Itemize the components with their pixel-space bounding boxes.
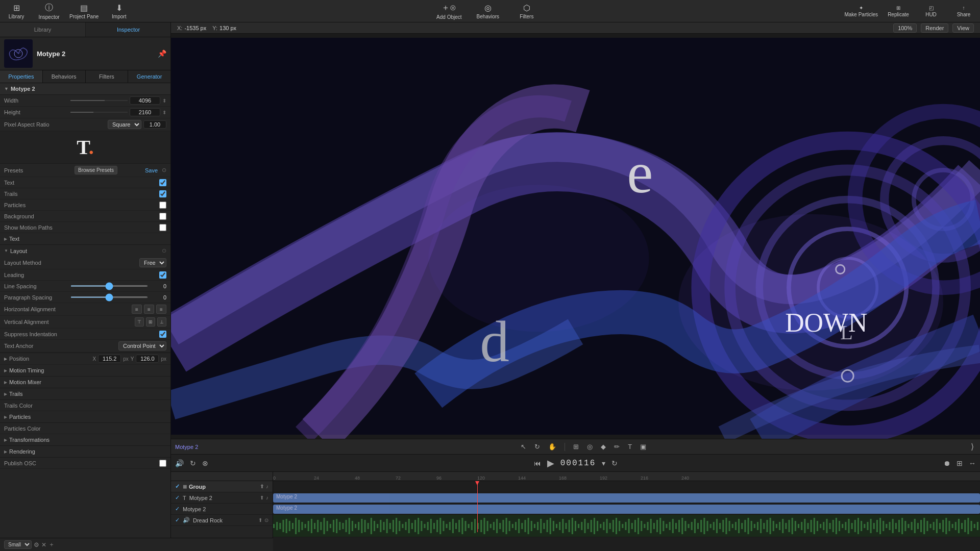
presets-more-icon[interactable]: ⊙ <box>162 167 166 173</box>
transport-jump-btn[interactable]: ⊞ <box>957 459 963 467</box>
audio-visibility-icon[interactable]: ✓ <box>175 517 180 523</box>
vert-align-top-btn[interactable]: ⊤ <box>135 317 144 327</box>
transport-audio-btn[interactable]: 🔊 <box>175 459 184 467</box>
library-tab[interactable]: Library <box>0 22 86 37</box>
width-stepper[interactable]: ⬍ <box>162 98 166 104</box>
transformations-section-header[interactable]: ▶ Transformations <box>0 434 170 445</box>
group-export-icon[interactable]: ⬆ <box>260 484 264 489</box>
motype2-visibility-icon[interactable]: ✓ <box>175 494 180 501</box>
import-button[interactable]: ⬇ Import <box>107 3 131 19</box>
canvas-viewport[interactable]: e d DOWN L <box>171 34 980 439</box>
position-arrow: ▶ <box>4 357 7 361</box>
particles-checkbox[interactable] <box>159 202 166 209</box>
toolbar-select-btn[interactable]: ↖ <box>519 442 528 452</box>
inspector-tab[interactable]: Inspector <box>86 22 171 37</box>
width-input[interactable] <box>130 96 160 105</box>
panel-pin-icon[interactable]: 📌 <box>158 49 166 58</box>
background-checkbox[interactable] <box>159 213 166 220</box>
suppress-indent-checkbox[interactable] <box>159 331 166 338</box>
tab-generator[interactable]: Generator <box>128 70 170 83</box>
publish-osc-checkbox[interactable] <box>159 460 166 467</box>
svg-rect-138 <box>638 518 639 534</box>
make-particles-button[interactable]: ✦ Make Particles <box>844 5 878 17</box>
zoom-display[interactable]: 100% <box>893 23 917 33</box>
svg-rect-116 <box>569 520 570 532</box>
motype2-section-header[interactable]: ▼ Motype 2 <box>0 83 170 95</box>
browse-presets-button[interactable]: Browse Presets <box>75 166 117 174</box>
library-button[interactable]: ⊞ Library <box>4 3 29 19</box>
trails-section-header[interactable]: ▶ Trails <box>0 388 170 399</box>
motype2-clip-2[interactable]: Motype 2 <box>273 505 980 514</box>
toolbar-keyframe-btn[interactable]: ◆ <box>599 442 608 452</box>
align-left-btn[interactable]: ≡ <box>132 305 142 314</box>
toolbar-expand-btn[interactable]: ⟩ <box>969 441 976 453</box>
tab-properties[interactable]: Properties <box>0 70 43 83</box>
save-button[interactable]: Save <box>145 167 158 173</box>
svg-rect-171 <box>741 523 743 529</box>
project-pane-button[interactable]: ▤ Project Pane <box>69 3 99 19</box>
paragraph-spacing-slider[interactable] <box>70 296 148 298</box>
group-lock-icon[interactable]: ◼ <box>183 484 187 489</box>
svg-rect-96 <box>506 518 507 534</box>
render-button[interactable]: Render <box>921 23 948 33</box>
share-button[interactable]: ↑ Share <box>951 5 976 17</box>
inspector-button[interactable]: ⓘ Inspector <box>37 3 61 20</box>
layout-method-select[interactable]: Free <box>139 258 166 267</box>
transport-dropdown-btn[interactable]: ▾ <box>602 459 605 467</box>
motype2-sub-visibility-icon[interactable]: ✓ <box>175 506 180 512</box>
height-input[interactable] <box>130 108 160 116</box>
transport-stop-btn[interactable]: ⊗ <box>202 459 208 467</box>
toolbar-pen-btn[interactable]: ✏ <box>612 442 622 452</box>
leading-checkbox[interactable] <box>159 271 166 279</box>
pixel-aspect-select[interactable]: Square <box>108 120 141 129</box>
transport-record-btn[interactable]: ⏺ <box>943 459 950 467</box>
position-x-input[interactable] <box>98 355 121 363</box>
motype2-audio-icon[interactable]: ♪ <box>266 495 268 500</box>
replicate-button[interactable]: ⊞ Replicate <box>886 5 911 17</box>
view-button[interactable]: View <box>952 23 974 33</box>
pixel-aspect-num[interactable] <box>143 120 166 129</box>
behaviors-button[interactable]: ◎ Behaviors <box>474 3 502 19</box>
transport-sync-btn[interactable]: ↻ <box>611 459 618 467</box>
hud-button[interactable]: ◰ HUD <box>919 5 943 17</box>
transport-loop-btn[interactable]: ↻ <box>190 459 196 467</box>
show-motion-checkbox[interactable] <box>159 224 166 231</box>
align-right-btn[interactable]: ≡ <box>156 305 166 314</box>
motype2-clip-1[interactable]: Motype 2 <box>273 493 980 503</box>
transport-rewind-btn[interactable]: ⏮ <box>534 459 541 467</box>
transport-loop2-btn[interactable]: ↔ <box>969 459 976 467</box>
audio-export-icon[interactable]: ⬆ <box>258 517 262 523</box>
filters-button[interactable]: ⬡ Filters <box>512 3 541 19</box>
position-y-input[interactable] <box>136 355 159 363</box>
rendering-section-header[interactable]: ▶ Rendering <box>0 446 170 457</box>
particles-section-header[interactable]: ▶ Particles <box>0 411 170 422</box>
text-checkbox[interactable] <box>159 179 166 186</box>
vert-align-mid-btn[interactable]: ⊞ <box>146 317 155 327</box>
align-center-btn[interactable]: ≡ <box>144 305 154 314</box>
height-stepper[interactable]: ⬍ <box>162 110 166 115</box>
add-object-button[interactable]: ＋⊙ Add Object <box>435 3 463 20</box>
motion-mixer-header[interactable]: ▶ Motion Mixer <box>0 377 170 388</box>
vert-align-bot-btn[interactable]: ⊥ <box>157 317 166 327</box>
toolbar-text-btn[interactable]: T <box>626 442 634 452</box>
text-anchor-select[interactable]: Control Point <box>118 341 166 350</box>
toolbar-hand-btn[interactable]: ✋ <box>546 442 558 452</box>
toolbar-refresh-btn[interactable]: ↻ <box>532 442 542 452</box>
group-visibility-icon[interactable]: ✓ <box>175 483 180 490</box>
toolbar-grid-btn[interactable]: ⊞ <box>571 442 581 452</box>
group-audio-icon[interactable]: ♪ <box>266 484 268 489</box>
line-spacing-slider[interactable] <box>70 285 148 287</box>
motype2-export-icon[interactable]: ⬆ <box>260 495 264 500</box>
layout-more[interactable]: ⊙ <box>162 247 166 254</box>
audio-more-icon[interactable]: ⊙ <box>264 517 268 523</box>
trails-checkbox[interactable] <box>159 190 166 197</box>
transport-play-btn[interactable]: ▶ <box>547 458 554 469</box>
tab-behaviors[interactable]: Behaviors <box>43 70 86 83</box>
toolbar-snap-btn[interactable]: ◎ <box>585 442 595 452</box>
tab-filters[interactable]: Filters <box>86 70 129 83</box>
motion-timing-header[interactable]: ▶ Motion Timing <box>0 365 170 376</box>
toolbar-preview-btn[interactable]: ▣ <box>638 442 648 452</box>
layout-section-header[interactable]: ▼ Layout ⊙ <box>0 245 170 257</box>
text-section-header[interactable]: ▶ Text <box>0 233 170 244</box>
timeline-tracks-area[interactable]: 0 24 48 72 96 120 144 168 192 216 240 <box>273 472 980 551</box>
